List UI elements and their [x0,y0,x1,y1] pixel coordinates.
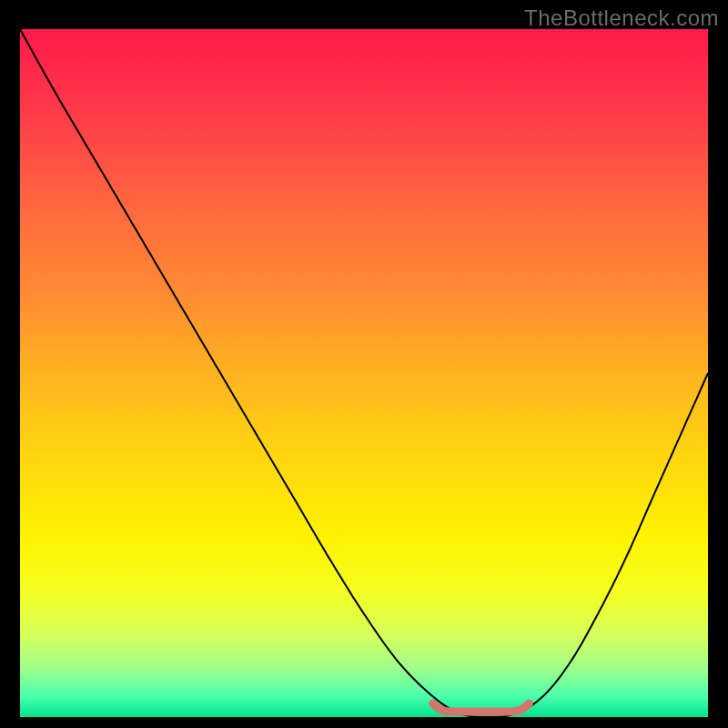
plot-area [20,29,708,708]
chart-frame: TheBottleneck.com [0,0,728,728]
bottleneck-marker [20,29,708,717]
watermark-text: TheBottleneck.com [524,5,719,31]
